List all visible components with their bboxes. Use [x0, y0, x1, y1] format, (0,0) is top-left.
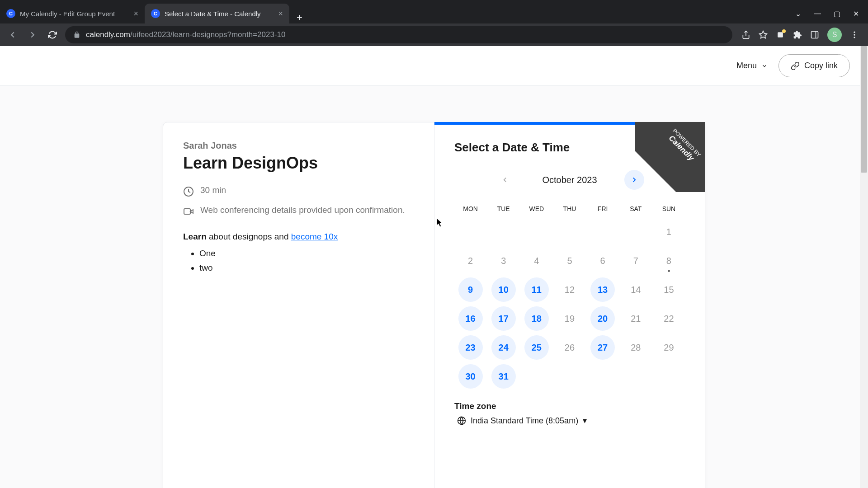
- day-cell-available[interactable]: 27: [587, 333, 619, 361]
- day-cell-empty: [487, 218, 519, 246]
- menu-icon[interactable]: [850, 30, 859, 39]
- browser-tab-active[interactable]: C Select a Date & Time - Calendly ×: [145, 4, 289, 23]
- globe-icon: [457, 416, 466, 425]
- powered-by-badge[interactable]: POWERED BY Calendly: [635, 122, 705, 192]
- calendly-favicon: C: [151, 9, 160, 18]
- day-cell-disabled: 21: [620, 305, 652, 333]
- day-cell-available[interactable]: 10: [487, 276, 519, 304]
- content-area: Sarah Jonas Learn DesignOps 30 min Web c…: [0, 86, 868, 488]
- extensions-icon[interactable]: [793, 30, 802, 39]
- day-cell-empty: [553, 362, 585, 390]
- day-cell-disabled: 8: [653, 247, 685, 275]
- day-cell-empty: [454, 218, 486, 246]
- timezone-label: Time zone: [454, 401, 685, 411]
- minimize-icon[interactable]: —: [814, 9, 821, 18]
- day-cell-available[interactable]: 31: [487, 362, 519, 390]
- caret-down-icon: ▾: [583, 416, 587, 426]
- new-tab-button[interactable]: +: [289, 12, 310, 23]
- day-header: THU: [553, 201, 585, 217]
- day-cell-disabled: 7: [620, 247, 652, 275]
- day-cell-available[interactable]: 16: [454, 305, 486, 333]
- reload-button[interactable]: [45, 28, 60, 42]
- timezone-selector[interactable]: India Standard Time (8:05am) ▾: [454, 416, 685, 426]
- day-cell-empty: [587, 362, 619, 390]
- day-cell-available[interactable]: 25: [520, 333, 552, 361]
- tab-title: Select a Date & Time - Calendly: [165, 10, 274, 18]
- day-header: TUE: [487, 201, 519, 217]
- forward-button[interactable]: [25, 28, 40, 42]
- day-cell-available[interactable]: 11: [520, 276, 552, 304]
- browser-tab[interactable]: C My Calendly - Edit Group Event ×: [0, 4, 145, 23]
- day-cell-available[interactable]: 13: [587, 276, 619, 304]
- duration-row: 30 min: [183, 185, 414, 197]
- day-cell-disabled: 1: [653, 218, 685, 246]
- day-cell-available[interactable]: 9: [454, 276, 486, 304]
- copy-link-button[interactable]: Copy link: [778, 54, 850, 77]
- location-text: Web conferencing details provided upon c…: [200, 205, 405, 215]
- day-cell-available[interactable]: 20: [587, 305, 619, 333]
- day-cell-disabled: 15: [653, 276, 685, 304]
- sidepanel-icon[interactable]: [810, 30, 819, 39]
- menu-button[interactable]: Menu: [736, 61, 768, 70]
- day-cell-disabled: 29: [653, 333, 685, 361]
- toolbar-icons: S: [738, 28, 863, 42]
- close-icon[interactable]: ✕: [853, 9, 859, 18]
- timezone-value: India Standard Time (8:05am): [471, 416, 578, 426]
- day-header: SUN: [653, 201, 685, 217]
- day-header: WED: [520, 201, 552, 217]
- day-cell-empty: [520, 362, 552, 390]
- day-cell-disabled: 3: [487, 247, 519, 275]
- day-cell-empty: [653, 362, 685, 390]
- page-content: Menu Copy link Sarah Jonas Learn DesignO…: [0, 46, 868, 488]
- day-cell-available[interactable]: 23: [454, 333, 486, 361]
- browser-toolbar: calendly.com/uifeed2023/learn-designops?…: [0, 23, 868, 46]
- close-icon[interactable]: ×: [133, 9, 138, 19]
- booking-card: Sarah Jonas Learn DesignOps 30 min Web c…: [163, 122, 705, 488]
- svg-point-4: [854, 32, 855, 33]
- close-icon[interactable]: ×: [278, 9, 283, 19]
- day-cell-disabled: 4: [520, 247, 552, 275]
- day-cell-available[interactable]: 24: [487, 333, 519, 361]
- extension-icon[interactable]: [776, 30, 785, 39]
- svg-rect-2: [811, 32, 818, 38]
- chevron-down-icon: [761, 63, 768, 69]
- event-title: Learn DesignOps: [183, 154, 414, 173]
- list-item: One: [199, 247, 414, 260]
- menu-label: Menu: [736, 61, 757, 70]
- back-button[interactable]: [5, 28, 20, 42]
- window-controls: ⌄ — ▢ ✕: [786, 4, 868, 23]
- day-cell-available[interactable]: 18: [520, 305, 552, 333]
- link-icon: [791, 61, 800, 70]
- description-link[interactable]: become 10x: [291, 232, 338, 241]
- profile-avatar[interactable]: S: [827, 28, 842, 42]
- prev-month-button[interactable]: [495, 170, 515, 190]
- day-cell-available[interactable]: 30: [454, 362, 486, 390]
- event-details-panel: Sarah Jonas Learn DesignOps 30 min Web c…: [163, 122, 434, 488]
- day-cell-empty: [620, 362, 652, 390]
- day-cell-disabled: 22: [653, 305, 685, 333]
- svg-rect-1: [778, 32, 783, 38]
- lock-icon: [73, 31, 80, 38]
- address-bar[interactable]: calendly.com/uifeed2023/learn-designops?…: [65, 26, 732, 43]
- day-cell-empty: [620, 218, 652, 246]
- chevron-down-icon[interactable]: ⌄: [795, 9, 801, 18]
- list-item: two: [199, 262, 414, 275]
- day-cell-disabled: 12: [553, 276, 585, 304]
- page-header: Menu Copy link: [0, 46, 868, 86]
- accent-bar: [434, 122, 637, 125]
- duration-text: 30 min: [200, 185, 226, 195]
- day-cell-disabled: 14: [620, 276, 652, 304]
- scrollbar-thumb[interactable]: [861, 46, 867, 173]
- scrollbar[interactable]: [860, 46, 868, 488]
- calendly-favicon: C: [6, 9, 15, 18]
- timezone-section: Time zone India Standard Time (8:05am) ▾: [454, 401, 685, 426]
- share-icon[interactable]: [741, 30, 750, 39]
- day-header: FRI: [587, 201, 619, 217]
- maximize-icon[interactable]: ▢: [834, 9, 840, 18]
- svg-point-6: [854, 37, 855, 38]
- day-cell-available[interactable]: 17: [487, 305, 519, 333]
- browser-tab-strip: C My Calendly - Edit Group Event × C Sel…: [0, 0, 868, 23]
- svg-marker-0: [760, 31, 767, 38]
- star-icon[interactable]: [759, 30, 768, 39]
- svg-rect-8: [184, 209, 190, 214]
